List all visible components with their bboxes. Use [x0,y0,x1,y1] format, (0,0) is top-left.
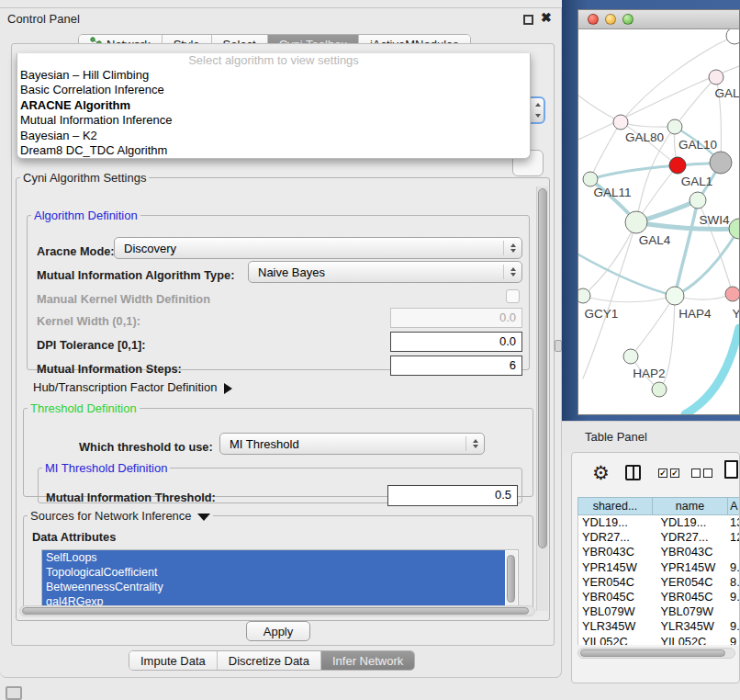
gear-icon[interactable]: ⚙ [592,462,610,484]
algorithm-option[interactable]: Mutual Information Inference [17,113,530,128]
network-window-titlebar[interactable] [578,10,739,29]
table-rows: YDL19...YDL19...13YDR27...YDR27...12YBR0… [577,515,740,645]
network-node[interactable] [709,70,723,85]
algorithm-option[interactable]: Bayesian – K2 [17,129,530,143]
table-row[interactable]: YPR145WYPR145W9. [578,560,740,575]
table-cell: YDR27... [654,530,729,545]
network-node[interactable] [667,119,682,134]
mi-steps-field[interactable]: 6 [390,356,522,376]
select-all-icon[interactable]: ✓✓ [658,469,679,478]
mi-steps-label: Mutual Information Steps: [37,362,182,376]
network-node[interactable] [690,192,706,209]
dpi-tolerance-field[interactable]: 0.0 [390,332,522,352]
threshold-definition-title: Threshold Definition [28,401,140,415]
table-panel-body: ⚙ ✓✓ shared... name A YDL19...YDL19...13… [571,452,740,683]
unselect-all-icon[interactable] [691,469,712,478]
network-node[interactable] [578,288,590,303]
table-cell: YER054C [654,575,729,590]
network-node-label: Y [732,307,739,321]
settings-vscroll-thumb[interactable] [538,188,547,548]
table-cell: 9 [728,635,740,646]
algorithm-definition-title: Algorithm Definition [31,209,140,222]
network-node[interactable] [729,219,739,239]
table-cell: YDR27... [578,530,654,545]
mi-type-combo[interactable]: Naive Bayes [248,261,522,283]
network-node[interactable] [669,157,686,174]
algorithm-option[interactable]: Basic Correlation Inference [17,83,530,97]
network-node[interactable] [710,152,732,174]
zoom-traffic-light-icon[interactable] [622,14,633,25]
attributes-scrollbar[interactable] [506,551,517,608]
apply-button[interactable]: Apply [246,621,310,641]
expanded-arrow-icon[interactable] [197,514,210,521]
network-view-window: GALGAL80GAL10GAL1GAL11SWI4GAL4GCY1HAP4YH… [577,9,740,415]
network-node[interactable] [583,172,598,186]
manual-kernel-checkbox[interactable] [506,289,520,303]
column-header-name[interactable]: name [653,497,728,515]
network-node-label: GAL11 [593,186,631,199]
settings-hscroll-thumb[interactable] [22,607,529,615]
data-attribute-item[interactable]: BetweennessCentrality [42,580,505,594]
data-attributes-list[interactable]: SelfLoopsTopologicalCoefficientBetweenne… [41,549,519,610]
table-cell: YPR145W [578,560,654,575]
aracne-mode-combo[interactable]: Discovery [114,237,522,259]
network-node[interactable] [726,29,739,44]
network-node[interactable] [623,349,638,364]
splitpane-divider-handle[interactable] [555,340,562,352]
network-node-label: GAL [714,86,739,100]
close-traffic-light-icon[interactable] [588,14,599,25]
columns-icon[interactable] [625,465,641,480]
network-canvas[interactable]: GALGAL80GAL10GAL1GAL11SWI4GAL4GCY1HAP4YH… [578,29,739,414]
algorithm-placeholder: Select algorithm to view settings [17,53,530,68]
dock-grid-icon[interactable] [6,686,22,700]
table-row[interactable]: YBR045CYBR045C9. [578,590,740,604]
hub-definition-toggle[interactable]: Hub/Transcription Factor Definition [33,380,232,394]
close-icon[interactable]: ✖ [541,10,552,25]
network-node[interactable] [666,287,684,305]
settings-vertical-scrollbar[interactable] [536,186,548,611]
network-node[interactable] [725,287,739,301]
new-document-icon[interactable] [724,460,738,479]
combo-arrows-icon [503,265,521,279]
table-row[interactable]: YDL19...YDL19...13 [578,515,740,530]
table-row[interactable]: YBL079WYBL079W [578,604,740,619]
float-window-icon[interactable] [523,15,533,25]
manual-kernel-label: Manual Kernel Width Definition [37,292,210,306]
mi-threshold-field[interactable]: 0.5 [387,485,518,506]
network-node[interactable] [652,382,667,397]
table-cell: 9. [728,560,740,575]
mi-type-label: Mutual Information Algorithm Type: [37,268,234,282]
kernel-width-field[interactable]: 0.0 [390,308,522,328]
table-cell [728,545,740,559]
sources-title-text: Sources for Network Inference [30,509,192,523]
data-attribute-item[interactable]: TopologicalCoefficient [42,565,505,580]
settings-horizontal-scrollbar[interactable] [19,605,535,616]
algorithm-dropdown-popup: Select algorithm to view settings Bayesi… [17,53,531,159]
column-header-clipped[interactable]: A [728,497,740,515]
table-cell: YBR045C [654,590,729,604]
algorithm-option[interactable]: Dream8 DC_TDC Algorithm [17,143,530,158]
data-attribute-item[interactable]: SelfLoops [42,550,505,565]
table-cell: 8. [728,575,740,590]
algorithm-option[interactable]: Bayesian – Hill Climbing [17,68,530,83]
table-row[interactable]: YDR27...YDR27...12 [578,530,740,545]
algorithm-option[interactable]: ARACNE Algorithm [17,98,530,113]
table-row[interactable]: YLR345WYLR345W9. [578,619,740,634]
tab-impute-data[interactable]: Impute Data [129,651,218,670]
control-panel-window: Control Panel ✖ Network Style Select Cyn… [0,7,562,678]
which-threshold-combo[interactable]: MI Threshold [219,433,485,455]
network-node[interactable] [613,115,628,130]
table-cell [728,604,740,619]
network-node[interactable] [625,211,647,233]
tab-infer-network[interactable]: Infer Network [321,651,414,670]
table-row[interactable]: YER054CYER054C8. [578,575,740,590]
sources-group: Sources for Network Inference Data Attri… [23,509,533,610]
table-horizontal-scrollbar[interactable] [577,648,735,659]
attributes-scroll-thumb[interactable] [507,555,515,603]
minimize-traffic-light-icon[interactable] [605,14,616,25]
table-hscroll-thumb[interactable] [580,649,725,657]
tab-discretize-data[interactable]: Discretize Data [218,651,321,670]
table-row[interactable]: YBR043CYBR043C [578,545,740,559]
table-row[interactable]: YIL052CYIL052C9 [578,635,740,646]
column-header-shared-name[interactable]: shared... [577,497,653,515]
